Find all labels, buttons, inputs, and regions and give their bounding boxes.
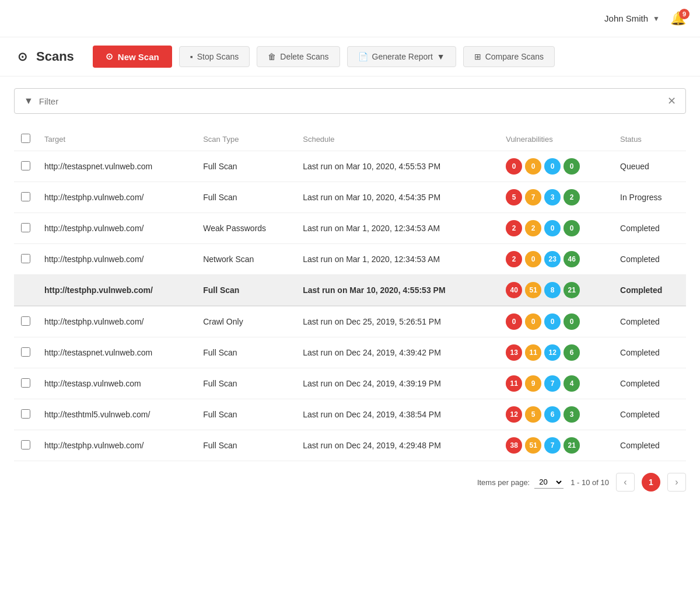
main-content: ▼ ✕ Target Scan Type Schedule Vulnerabil…: [0, 76, 700, 503]
row-target: http://testphp.vulnweb.com/: [37, 182, 196, 213]
col-target: Target: [37, 128, 196, 151]
row-checkbox[interactable]: [21, 409, 30, 419]
filter-input[interactable]: [39, 96, 667, 106]
filter-bar: ▼ ✕: [14, 88, 686, 114]
notifications-button[interactable]: 🔔 9: [670, 11, 686, 26]
row-vulnerabilities: 2200: [499, 213, 613, 244]
row-checkbox-cell[interactable]: [14, 430, 37, 461]
header: John Smith ▼ 🔔 9: [0, 0, 700, 37]
row-target: http://testaspnet.vulnweb.com: [37, 151, 196, 182]
col-vulnerabilities: Vulnerabilities: [499, 128, 613, 151]
row-schedule: Last run on Dec 24, 2019, 4:39:19 PM: [296, 368, 499, 399]
table-header-row: Target Scan Type Schedule Vulnerabilitie…: [14, 128, 686, 151]
vuln-badge-red: 0: [506, 158, 522, 175]
row-checkbox[interactable]: [21, 192, 30, 201]
row-checkbox-cell[interactable]: [14, 213, 37, 244]
row-status: Completed: [613, 337, 686, 368]
row-scan-type: Crawl Only: [196, 306, 296, 337]
row-vulnerabilities: 1311126: [499, 337, 613, 368]
row-checkbox[interactable]: [21, 440, 30, 449]
select-all-header[interactable]: [14, 128, 37, 151]
toolbar: ⊙ Scans ⊙ New Scan ▪ Stop Scans 🗑 Delete…: [0, 37, 700, 76]
row-status: Queued: [613, 151, 686, 182]
scans-table: Target Scan Type Schedule Vulnerabilitie…: [14, 128, 686, 461]
new-scan-button[interactable]: ⊙ New Scan: [93, 46, 172, 68]
row-checkbox-cell[interactable]: [14, 306, 37, 337]
row-target: http://testphp.vulnweb.com/: [37, 306, 196, 337]
user-name: John Smith: [604, 13, 648, 23]
vuln-badge-red: 11: [506, 375, 522, 392]
row-checkbox[interactable]: [21, 223, 30, 232]
next-page-button[interactable]: ›: [667, 473, 686, 492]
page-title-container: ⊙ Scans: [14, 48, 74, 65]
table-row[interactable]: http://testphp.vulnweb.com/ Crawl Only L…: [14, 306, 686, 337]
vuln-badge-blue: 0: [544, 313, 561, 330]
row-checkbox[interactable]: [21, 378, 30, 388]
vuln-badge-blue: 7: [544, 437, 561, 454]
row-checkbox-cell[interactable]: [14, 182, 37, 213]
select-all-checkbox[interactable]: [21, 134, 30, 143]
row-vulnerabilities: 3851721: [499, 430, 613, 461]
vuln-badge-orange: 51: [525, 437, 541, 454]
table-row[interactable]: http://testhtml5.vulnweb.com/ Full Scan …: [14, 399, 686, 430]
row-checkbox-cell[interactable]: [14, 151, 37, 182]
row-status: Completed: [613, 213, 686, 244]
row-checkbox-cell[interactable]: [14, 399, 37, 430]
vuln-badge-orange: 7: [525, 189, 541, 205]
compare-scans-button[interactable]: ⊞ Compare Scans: [463, 46, 555, 67]
row-vulnerabilities: 4051821: [499, 275, 613, 306]
prev-page-button[interactable]: ‹: [616, 473, 635, 492]
stop-icon: ▪: [190, 52, 193, 61]
clear-filter-button[interactable]: ✕: [667, 95, 676, 107]
new-scan-label: New Scan: [118, 52, 159, 62]
row-scan-type: Weak Passwords: [196, 213, 296, 244]
items-per-page-select[interactable]: 20 50 100: [534, 476, 564, 489]
current-page[interactable]: 1: [642, 473, 660, 492]
delete-scans-button[interactable]: 🗑 Delete Scans: [257, 46, 340, 67]
vuln-badge-orange: 9: [525, 375, 541, 392]
generate-report-button[interactable]: 📄 Generate Report ▼: [347, 46, 456, 67]
row-vulnerabilities: 0000: [499, 151, 613, 182]
row-status: Completed: [613, 368, 686, 399]
row-checkbox[interactable]: [21, 161, 30, 170]
vuln-badge-green: 6: [564, 344, 580, 361]
vuln-badge-blue: 0: [544, 220, 561, 236]
row-target: http://testphp.vulnweb.com/: [37, 213, 196, 244]
table-row[interactable]: http://testphp.vulnweb.com/ Full Scan La…: [14, 275, 686, 306]
stop-scans-button[interactable]: ▪ Stop Scans: [179, 46, 250, 67]
compare-icon: ⊞: [474, 52, 481, 61]
table-row[interactable]: http://testaspnet.vulnweb.com Full Scan …: [14, 337, 686, 368]
row-checkbox-cell[interactable]: [14, 368, 37, 399]
row-schedule: Last run on Mar 10, 2020, 4:54:35 PM: [296, 182, 499, 213]
row-scan-type: Full Scan: [196, 368, 296, 399]
vuln-badge-red: 40: [506, 282, 522, 298]
table-row[interactable]: http://testphp.vulnweb.com/ Full Scan La…: [14, 182, 686, 213]
row-checkbox[interactable]: [21, 347, 30, 357]
row-checkbox-cell[interactable]: [14, 244, 37, 275]
row-checkbox[interactable]: [21, 254, 30, 263]
table-row[interactable]: http://testaspnet.vulnweb.com Full Scan …: [14, 151, 686, 182]
col-scan-type: Scan Type: [196, 128, 296, 151]
row-checkbox-cell[interactable]: [14, 337, 37, 368]
table-row[interactable]: http://testphp.vulnweb.com/ Full Scan La…: [14, 430, 686, 461]
vuln-badge-red: 2: [506, 220, 522, 236]
user-menu[interactable]: John Smith ▼: [604, 13, 660, 23]
vuln-badge-orange: 11: [525, 344, 541, 361]
table-row[interactable]: http://testasp.vulnweb.com Full Scan Las…: [14, 368, 686, 399]
row-status: Completed: [613, 275, 686, 306]
vuln-badge-blue: 8: [544, 282, 561, 298]
vuln-badge-orange: 0: [525, 313, 541, 330]
row-schedule: Last run on Mar 1, 2020, 12:34:53 AM: [296, 213, 499, 244]
row-scan-type: Full Scan: [196, 337, 296, 368]
row-checkbox[interactable]: [21, 316, 30, 326]
row-vulnerabilities: 11974: [499, 368, 613, 399]
row-schedule: Last run on Dec 24, 2019, 4:29:48 PM: [296, 430, 499, 461]
table-row[interactable]: http://testphp.vulnweb.com/ Weak Passwor…: [14, 213, 686, 244]
table-row[interactable]: http://testphp.vulnweb.com/ Network Scan…: [14, 244, 686, 275]
chevron-down-icon: ▼: [653, 15, 660, 23]
vuln-badge-blue: 23: [544, 251, 561, 267]
row-scan-type: Full Scan: [196, 151, 296, 182]
delete-icon: 🗑: [268, 52, 276, 61]
vuln-badge-green: 0: [564, 313, 580, 330]
row-schedule: Last run on Dec 24, 2019, 4:38:54 PM: [296, 399, 499, 430]
